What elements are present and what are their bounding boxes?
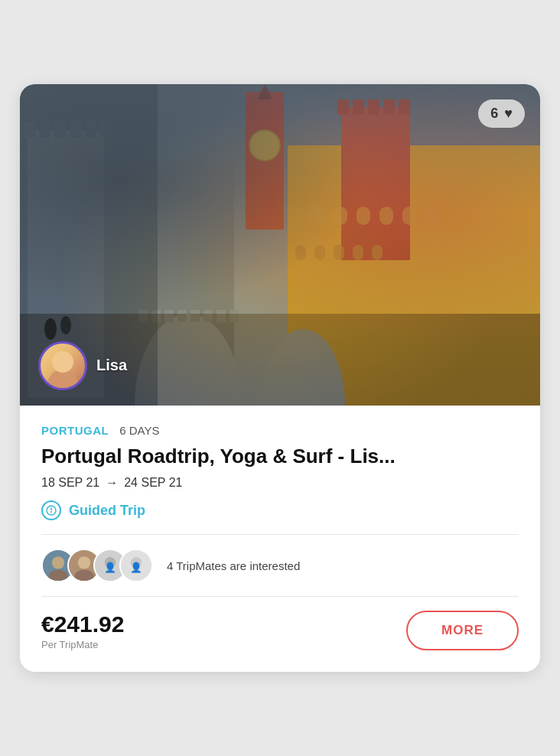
trip-card: 6 ♥ Lisa PORTUGAL 6 DAYS Portugal Roadtr… — [20, 84, 540, 672]
svg-marker-45 — [50, 507, 53, 510]
tripmates-count-text: 4 TripMates are interested — [167, 559, 300, 572]
days-label: 6 DAYS — [119, 424, 159, 437]
country-label: PORTUGAL — [41, 424, 109, 437]
compass-icon — [41, 500, 61, 520]
like-count: 6 — [490, 106, 498, 122]
price-amount: €241.92 — [41, 611, 124, 637]
author-badge: Lisa — [38, 341, 127, 390]
price-action-row: €241.92 Per TripMate MORE — [41, 611, 519, 650]
meta-row: PORTUGAL 6 DAYS — [41, 424, 519, 437]
tripmate-avatars: 👤 👤 — [41, 549, 145, 582]
divider-1 — [41, 534, 519, 535]
card-body: PORTUGAL 6 DAYS Portugal Roadtrip, Yoga … — [20, 406, 540, 672]
guided-trip-row: Guided Trip — [41, 500, 519, 520]
card-image-section: 6 ♥ Lisa — [20, 84, 540, 406]
tripmate-avatar-4: 👤 — [119, 549, 153, 582]
divider-2 — [41, 596, 519, 597]
author-name: Lisa — [96, 357, 127, 374]
svg-point-51 — [78, 556, 90, 569]
date-arrow: → — [106, 476, 118, 490]
tripmates-row: 👤 👤 4 TripMates are interested — [41, 549, 519, 582]
svg-text:👤: 👤 — [130, 562, 142, 574]
guided-trip-label: Guided Trip — [69, 503, 145, 519]
trip-title: Portugal Roadtrip, Yoga & Surf - Lis... — [41, 445, 519, 468]
svg-point-48 — [52, 556, 64, 569]
price-per: Per TripMate — [41, 639, 124, 650]
more-button[interactable]: MORE — [406, 611, 519, 650]
heart-icon: ♥ — [504, 106, 513, 122]
avatar — [38, 341, 87, 390]
date-start: 18 SEP 21 — [41, 476, 99, 490]
date-end: 24 SEP 21 — [124, 476, 182, 490]
price-block: €241.92 Per TripMate — [41, 611, 124, 650]
svg-text:👤: 👤 — [104, 562, 116, 574]
dates-row: 18 SEP 21 → 24 SEP 21 — [41, 476, 519, 490]
svg-marker-46 — [50, 510, 53, 514]
like-badge[interactable]: 6 ♥ — [478, 99, 525, 128]
